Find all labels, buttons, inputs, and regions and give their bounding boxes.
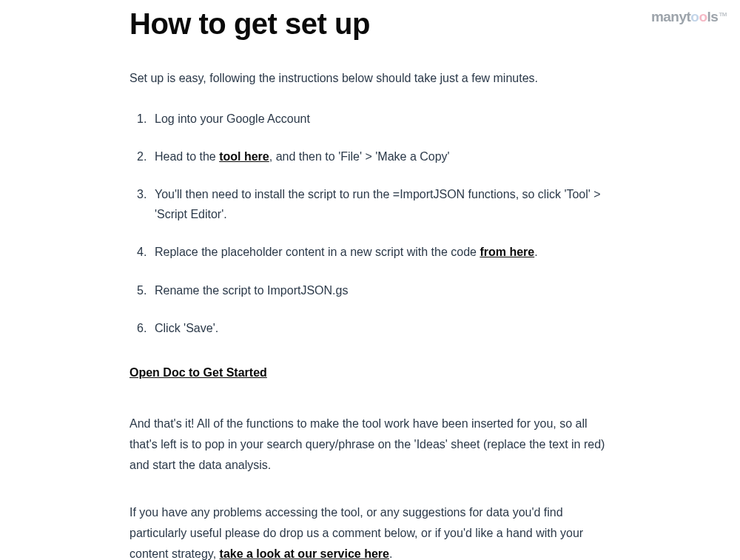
step-4-text-after: . xyxy=(534,246,537,258)
step-3: You'll then need to install the script t… xyxy=(143,184,610,224)
support-text-after: . xyxy=(389,547,392,560)
conclusion-text: And that's it! All of the functions to m… xyxy=(130,414,610,476)
open-doc-link[interactable]: Open Doc to Get Started xyxy=(130,366,610,379)
step-2-text-after: , and then to 'File' > 'Make a Copy' xyxy=(269,150,450,163)
support-text: If you have any problems accessing the t… xyxy=(130,502,610,560)
content-container: How to get set up Set up is easy, follow… xyxy=(0,0,740,560)
step-2-text-before: Head to the xyxy=(155,150,219,163)
step-2: Head to the tool here, and then to 'File… xyxy=(143,146,610,166)
service-link[interactable]: take a look at our service here xyxy=(220,547,389,560)
logo-text-1: manyt xyxy=(651,9,690,24)
logo-text-2: ls xyxy=(707,9,719,24)
page-title: How to get set up xyxy=(130,7,610,41)
steps-list: Log into your Google Account Head to the… xyxy=(130,109,610,338)
step-6: Click 'Save'. xyxy=(143,318,610,338)
tool-link[interactable]: tool here xyxy=(219,150,269,163)
step-5: Rename the script to ImportJSON.gs xyxy=(143,280,610,300)
code-link[interactable]: from here xyxy=(480,246,534,258)
brand-logo: manytoolsTM xyxy=(651,9,727,25)
step-1: Log into your Google Account xyxy=(143,109,610,129)
step-4-text-before: Replace the placeholder content in a new… xyxy=(155,246,480,258)
logo-accent-2: o xyxy=(699,9,707,24)
logo-accent-1: o xyxy=(690,9,699,24)
intro-text: Set up is easy, following the instructio… xyxy=(130,69,610,88)
logo-tm: TM xyxy=(719,11,727,18)
step-4: Replace the placeholder content in a new… xyxy=(143,242,610,262)
